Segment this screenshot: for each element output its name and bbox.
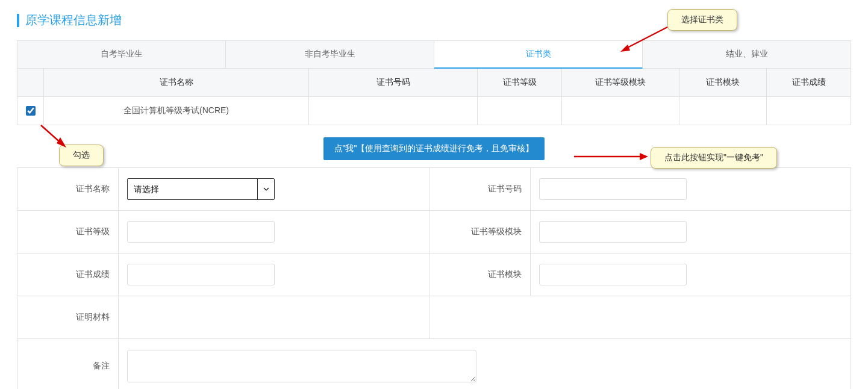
callout-check: 勾选 [59, 145, 104, 166]
row-cert-name: 全国计算机等级考试(NCRE) [44, 97, 309, 125]
th-cert-level: 证书等级 [478, 69, 562, 96]
label-cert-code: 证书号码 [429, 168, 531, 210]
row-cert-score [767, 97, 851, 125]
cert-score-input[interactable] [127, 264, 275, 285]
title-accent-bar [17, 14, 19, 27]
tab-completion[interactable]: 结业、肄业 [643, 41, 851, 68]
table-header: 证书名称 证书号码 证书等级 证书等级模块 证书模块 证书成绩 [17, 69, 851, 97]
input-cell-cert-module [531, 254, 851, 296]
detail-form: 证书名称 请选择 证书号码 证书等级 证书等级模 [17, 167, 851, 389]
th-cert-level-module: 证书等级模块 [562, 69, 679, 96]
label-cert-module: 证书模块 [429, 254, 531, 296]
th-cert-code: 证书号码 [309, 69, 478, 96]
label-cert-name: 证书名称 [17, 168, 119, 210]
table-row: 全国计算机等级考试(NCRE) [17, 97, 851, 125]
row-cert-level-module [562, 97, 679, 125]
th-cert-module: 证书模块 [679, 69, 767, 96]
label-cert-level-module: 证书等级模块 [429, 211, 531, 253]
th-cert-score: 证书成绩 [767, 69, 851, 96]
tab-certificate[interactable]: 证书类 [434, 41, 643, 69]
label-proof-material: 证明材料 [17, 296, 119, 338]
cert-level-input[interactable] [127, 221, 275, 243]
tab-self-graduate[interactable]: 自考毕业生 [17, 41, 226, 68]
input-cell-cert-name: 请选择 [119, 168, 429, 210]
cert-module-input[interactable] [539, 264, 687, 285]
label-cert-level: 证书等级 [17, 211, 119, 253]
row-check-cell [17, 97, 44, 125]
page-title-text: 原学课程信息新增 [25, 12, 122, 28]
callout-one-click: 点击此按钮实现"一键免考" [651, 147, 777, 169]
th-cert-name: 证书名称 [44, 69, 309, 96]
cert-name-select[interactable]: 请选择 [127, 178, 275, 200]
cert-level-module-input[interactable] [539, 221, 687, 243]
input-cell-cert-level [119, 211, 429, 253]
input-cell-cert-code [531, 168, 851, 210]
callout-select-cert-tab: 选择证书类 [667, 9, 737, 31]
tab-non-self-graduate[interactable]: 非自考毕业生 [226, 41, 434, 68]
input-cell-remark [119, 339, 851, 389]
tabs: 自考毕业生 非自考毕业生 证书类 结业、肄业 [17, 40, 851, 69]
row-cert-module [679, 97, 767, 125]
cert-code-input[interactable] [539, 178, 687, 200]
th-check [17, 69, 44, 96]
row-checkbox[interactable] [26, 106, 36, 116]
input-cell-cert-score [119, 254, 429, 296]
row-cert-level [478, 97, 562, 125]
label-cert-score: 证书成绩 [17, 254, 119, 296]
row-cert-code [309, 97, 478, 125]
input-cell-proof-material [119, 296, 429, 338]
one-click-exempt-button[interactable]: 点"我"【使用查询到的证书成绩进行免考，且免审核】 [323, 137, 545, 160]
input-cell-cert-level-module [531, 211, 851, 253]
label-remark: 备注 [17, 339, 119, 389]
remark-textarea[interactable] [127, 350, 476, 382]
